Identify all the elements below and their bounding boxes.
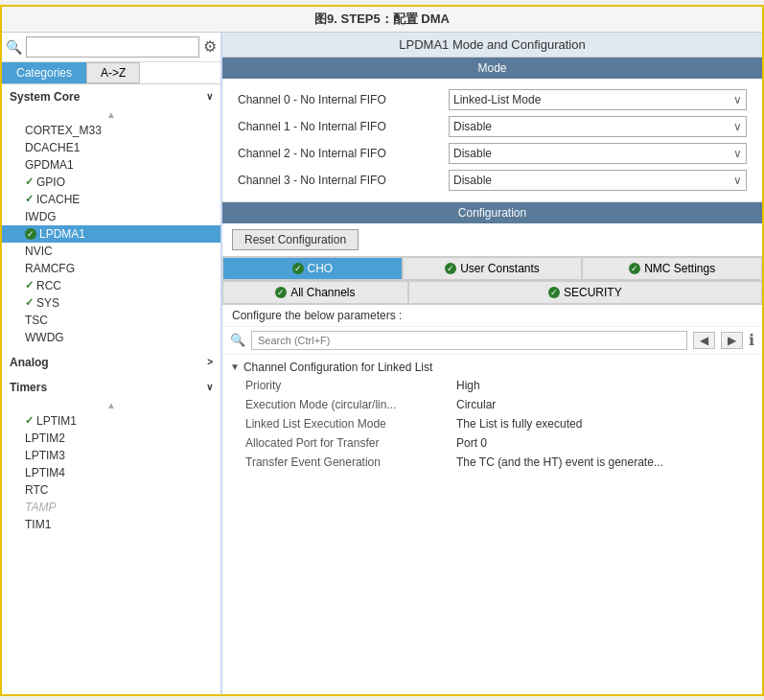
tab-categories[interactable]: Categories xyxy=(2,62,86,83)
sidebar-section-analog[interactable]: Analog > xyxy=(2,352,220,373)
channel3-select[interactable]: Disable ∨ xyxy=(449,170,747,191)
sidebar-item-gpdma1[interactable]: GPDMA1 xyxy=(2,156,220,174)
channel-config-group: ▼ Channel Configuration for Linked List … xyxy=(230,359,754,472)
expand-collapse-icon: ▼ xyxy=(230,362,240,372)
cho-tab-label: CHO xyxy=(308,262,334,275)
main-panel: LPDMA1 Mode and Configuration Mode Chann… xyxy=(222,33,762,694)
sys-check-icon: ✓ xyxy=(25,296,34,309)
sidebar-item-tamp[interactable]: TAMP xyxy=(2,499,220,516)
sidebar-content: System Core ∨ ▲ CORTEX_M33 DCACHE1 GPDMA… xyxy=(2,84,220,694)
linked-list-execution-label: Linked List Execution Mode xyxy=(245,417,456,431)
tree-row-execution-mode: Execution Mode (circular/lin... Circular xyxy=(245,395,754,414)
all-channels-tab-label: All Channels xyxy=(290,286,355,299)
cho-tab-check-icon: ✓ xyxy=(292,263,304,274)
scroll-up-arrow[interactable]: ▲ xyxy=(2,107,220,122)
channel3-value: Disable xyxy=(453,174,492,187)
lpdma1-check-circle-icon: ✓ xyxy=(25,228,36,240)
config-tree: ▼ Channel Configuration for Linked List … xyxy=(222,355,762,694)
sidebar-item-wwdg[interactable]: WWDG xyxy=(2,329,220,346)
analog-label: Analog xyxy=(10,356,49,369)
sidebar-item-lptim3[interactable]: LPTIM3 xyxy=(2,447,220,464)
channel0-select[interactable]: Linked-List Mode ∨ xyxy=(449,89,747,110)
execution-mode-label: Execution Mode (circular/lin... xyxy=(245,398,456,411)
config-section-header: Configuration xyxy=(222,202,762,223)
sidebar-item-rtc[interactable]: RTC xyxy=(2,481,220,499)
gear-icon[interactable]: ⚙ xyxy=(203,37,217,56)
channel1-arrow-icon: ∨ xyxy=(733,120,742,133)
main-window: 图9. STEP5：配置 DMA 🔍 ⚙ Categories A->Z Sys… xyxy=(0,5,764,696)
transfer-event-label: Transfer Event Generation xyxy=(245,455,456,469)
sidebar-item-lptim4[interactable]: LPTIM4 xyxy=(2,464,220,481)
channel1-label: Channel 1 - No Internal FIFO xyxy=(238,120,449,133)
sidebar-item-lptim2[interactable]: LPTIM2 xyxy=(2,430,220,447)
sidebar-search-bar: 🔍 ⚙ xyxy=(2,33,220,62)
tab-user-constants[interactable]: ✓ User Constants xyxy=(403,257,583,280)
channel2-arrow-icon: ∨ xyxy=(733,147,742,160)
mode-section-header: Mode xyxy=(222,58,762,79)
channel0-value: Linked-List Mode xyxy=(453,93,541,106)
sidebar: 🔍 ⚙ Categories A->Z System Core ∨ ▲ CORT… xyxy=(2,33,222,694)
sidebar-item-nvic[interactable]: NVIC xyxy=(2,243,220,260)
tab-cho[interactable]: ✓ CHO xyxy=(222,257,403,280)
info-icon[interactable]: ℹ xyxy=(749,331,754,349)
tree-group-header[interactable]: ▼ Channel Configuration for Linked List xyxy=(230,359,754,376)
allocated-port-value: Port 0 xyxy=(456,436,754,450)
sidebar-item-tim1[interactable]: TIM1 xyxy=(2,516,220,533)
transfer-event-value: The TC (and the HT) event is generate... xyxy=(456,455,754,469)
sidebar-item-icache[interactable]: ✓ ICACHE xyxy=(2,191,220,208)
channel1-select[interactable]: Disable ∨ xyxy=(449,116,747,137)
tab-nmc-settings[interactable]: ✓ NMC Settings xyxy=(582,257,762,280)
nmc-settings-tab-check-icon: ✓ xyxy=(629,263,640,274)
sidebar-item-lptim1[interactable]: ✓ LPTIM1 xyxy=(2,412,220,430)
sidebar-item-lpdma1[interactable]: ✓ LPDMA1 xyxy=(2,225,220,243)
user-constants-tab-check-icon: ✓ xyxy=(445,263,456,274)
config-search-input[interactable] xyxy=(251,331,687,350)
sidebar-section-timers[interactable]: Timers ∨ xyxy=(2,377,220,398)
panel-title: LPDMA1 Mode and Configuration xyxy=(222,33,762,58)
sidebar-item-tsc[interactable]: TSC xyxy=(2,312,220,329)
sidebar-tabs: Categories A->Z xyxy=(2,62,220,84)
search-prev-button[interactable]: ◀ xyxy=(693,332,715,349)
channel2-value: Disable xyxy=(453,147,492,160)
channel3-label: Channel 3 - No Internal FIFO xyxy=(238,174,449,187)
channel1-row: Channel 1 - No Internal FIFO Disable ∨ xyxy=(238,113,747,140)
page-title: 图9. STEP5：配置 DMA xyxy=(2,7,762,33)
config-toolbar: Reset Configuration xyxy=(222,223,762,257)
system-core-label: System Core xyxy=(10,90,80,104)
tree-row-linked-list-execution: Linked List Execution Mode The List is f… xyxy=(245,414,754,433)
linked-list-execution-value: The List is fully executed xyxy=(456,417,754,431)
security-tab-check-icon: ✓ xyxy=(548,287,560,298)
tab-a-to-z[interactable]: A->Z xyxy=(86,62,140,83)
sidebar-item-dcache1[interactable]: DCACHE1 xyxy=(2,139,220,156)
analog-chevron-right-icon: > xyxy=(207,357,213,367)
icache-check-icon: ✓ xyxy=(25,193,34,205)
sidebar-item-cortex-m33[interactable]: CORTEX_M33 xyxy=(2,122,220,139)
rcc-check-icon: ✓ xyxy=(25,279,34,292)
gpio-check-icon: ✓ xyxy=(25,175,34,188)
sidebar-item-rcc[interactable]: ✓ RCC xyxy=(2,277,220,294)
sidebar-item-iwdg[interactable]: IWDG xyxy=(2,208,220,225)
sidebar-item-ramcfg[interactable]: RAMCFG xyxy=(2,260,220,277)
params-label: Configure the below parameters : xyxy=(222,305,762,327)
channel2-row: Channel 2 - No Internal FIFO Disable ∨ xyxy=(238,140,747,167)
sidebar-item-gpio[interactable]: ✓ GPIO xyxy=(2,174,220,191)
reset-configuration-button[interactable]: Reset Configuration xyxy=(232,229,359,250)
lptim1-label: LPTIM1 xyxy=(36,414,77,428)
tree-group-label: Channel Configuration for Linked List xyxy=(243,361,432,374)
search-input[interactable] xyxy=(26,36,199,58)
execution-mode-value: Circular xyxy=(456,398,754,411)
sidebar-section-system-core[interactable]: System Core ∨ xyxy=(2,86,220,107)
timers-scroll-up-arrow[interactable]: ▲ xyxy=(2,398,220,412)
tab-all-channels[interactable]: ✓ All Channels xyxy=(222,281,408,304)
search-icon: 🔍 xyxy=(6,39,22,55)
allocated-port-label: Allocated Port for Transfer xyxy=(245,436,456,450)
configuration-section: Configuration Reset Configuration ✓ CHO … xyxy=(222,202,762,694)
channel2-select[interactable]: Disable ∨ xyxy=(449,143,747,164)
sidebar-item-sys[interactable]: ✓ SYS xyxy=(2,294,220,312)
tab-security[interactable]: ✓ SECURITY xyxy=(408,281,762,304)
channel0-row: Channel 0 - No Internal FIFO Linked-List… xyxy=(238,86,747,113)
search-next-button[interactable]: ▶ xyxy=(721,332,743,349)
config-tabs-row2: ✓ All Channels ✓ SECURITY xyxy=(222,281,762,305)
gpio-label: GPIO xyxy=(36,175,65,189)
icache-label: ICACHE xyxy=(36,193,80,206)
